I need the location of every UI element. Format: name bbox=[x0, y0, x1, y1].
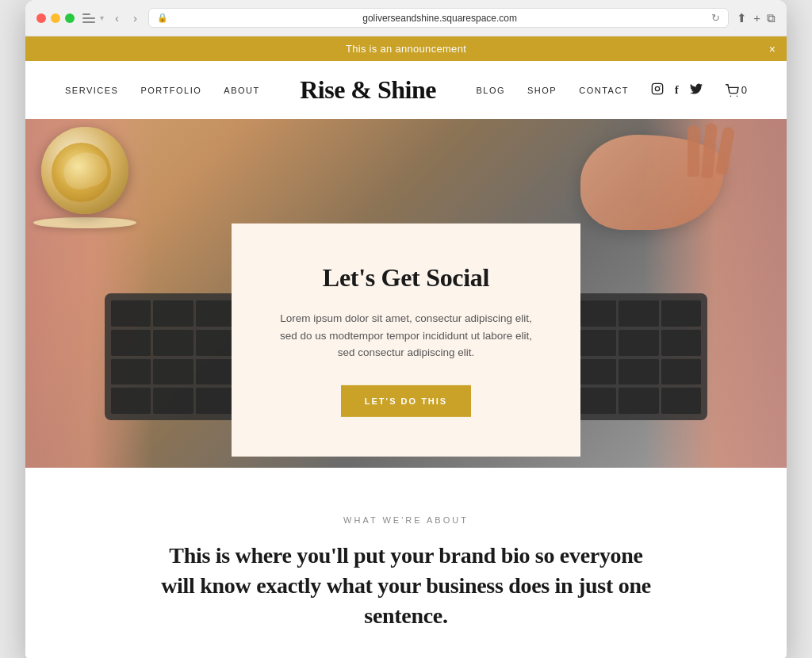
keyboard-key bbox=[196, 358, 236, 385]
social-icons: f bbox=[651, 82, 703, 98]
svg-point-3 bbox=[730, 95, 731, 96]
keyboard-key bbox=[111, 387, 151, 414]
traffic-light-yellow[interactable] bbox=[51, 13, 60, 23]
facebook-icon[interactable]: f bbox=[675, 84, 679, 97]
cart-count: 0 bbox=[741, 84, 747, 96]
announcement-bar: This is an announcement × bbox=[25, 36, 787, 61]
hero-background: // We'll generate keys via JS after the … bbox=[25, 119, 787, 468]
twitter-icon[interactable] bbox=[690, 83, 703, 97]
keyboard-key bbox=[576, 329, 616, 356]
nav-services[interactable]: SERVICES bbox=[65, 86, 118, 95]
keyboard-key bbox=[153, 358, 193, 385]
about-title: This is where you'll put your brand bio … bbox=[160, 541, 652, 630]
new-tab-button[interactable]: + bbox=[753, 11, 760, 25]
nav-right: BLOG SHOP CONTACT f bbox=[476, 82, 747, 98]
keyboard-key bbox=[619, 358, 658, 385]
hand-area bbox=[565, 119, 739, 262]
keyboard-key bbox=[619, 300, 658, 327]
instagram-icon[interactable] bbox=[651, 82, 664, 98]
keyboard-key bbox=[576, 300, 616, 327]
traffic-light-green[interactable] bbox=[65, 13, 75, 23]
browser-controls: ▾ bbox=[82, 13, 104, 23]
keyboard-key bbox=[661, 300, 701, 327]
nav-contact[interactable]: CONTACT bbox=[579, 86, 629, 95]
forward-button[interactable]: › bbox=[130, 10, 140, 26]
website-content: This is an announcement × SERVICES PORTF… bbox=[25, 36, 787, 658]
keyboard-key bbox=[196, 387, 236, 414]
traffic-lights bbox=[36, 13, 75, 23]
site-logo[interactable]: Rise & Shine bbox=[300, 75, 436, 105]
browser-actions: ⬆ + ⧉ bbox=[737, 11, 776, 25]
tabs-button[interactable]: ⧉ bbox=[767, 11, 776, 25]
coffee-cup bbox=[41, 127, 136, 228]
traffic-light-red[interactable] bbox=[36, 13, 46, 23]
url-text: goliverseandshine.squarespace.com bbox=[173, 13, 707, 24]
browser-window: ▾ ‹ › 🔒 goliverseandshine.squarespace.co… bbox=[25, 0, 787, 658]
keyboard-key bbox=[153, 300, 193, 327]
keyboard-key bbox=[153, 329, 193, 356]
chevron-down-icon: ▾ bbox=[100, 13, 104, 22]
keyboard-key bbox=[111, 300, 151, 327]
keyboard-key bbox=[196, 300, 236, 327]
announcement-text: This is an announcement bbox=[346, 43, 466, 55]
reload-button[interactable]: ↻ bbox=[711, 12, 720, 24]
svg-rect-0 bbox=[652, 83, 662, 94]
hero-card-title: Let's Get Social bbox=[271, 263, 541, 293]
keyboard-key bbox=[576, 387, 616, 414]
address-bar[interactable]: 🔒 goliverseandshine.squarespace.com ↻ bbox=[148, 8, 729, 28]
svg-point-2 bbox=[660, 86, 661, 86]
hero-section: // We'll generate keys via JS after the … bbox=[25, 119, 787, 468]
keyboard-key bbox=[153, 387, 193, 414]
sidebar-toggle-icon[interactable] bbox=[82, 13, 95, 23]
nav-blog[interactable]: BLOG bbox=[476, 86, 505, 95]
keyboard-key bbox=[111, 329, 151, 356]
about-subtitle: WHAT WE'RE ABOUT bbox=[89, 515, 723, 525]
nav-about[interactable]: ABOUT bbox=[224, 86, 259, 95]
nav-portfolio[interactable]: PORTFOLIO bbox=[140, 86, 201, 95]
svg-point-1 bbox=[655, 86, 659, 90]
svg-point-4 bbox=[737, 95, 737, 96]
nav-shop[interactable]: SHOP bbox=[527, 86, 557, 95]
back-button[interactable]: ‹ bbox=[112, 10, 122, 26]
hero-card: Let's Get Social Lorem ipsum dolor sit a… bbox=[232, 224, 580, 457]
cart-icon[interactable]: 0 bbox=[725, 84, 747, 97]
keyboard-key bbox=[196, 329, 236, 356]
nav-left: SERVICES PORTFOLIO ABOUT bbox=[65, 86, 260, 95]
keyboard-key bbox=[661, 387, 701, 414]
about-section: WHAT WE'RE ABOUT This is where you'll pu… bbox=[25, 468, 787, 658]
announcement-close-button[interactable]: × bbox=[769, 43, 776, 55]
navbar: SERVICES PORTFOLIO ABOUT Rise & Shine BL… bbox=[25, 61, 787, 119]
keyboard-key bbox=[661, 358, 701, 385]
lock-icon: 🔒 bbox=[157, 13, 168, 23]
share-button[interactable]: ⬆ bbox=[737, 11, 747, 25]
hero-cta-button[interactable]: LET'S DO THIS bbox=[341, 385, 471, 417]
keyboard-key bbox=[619, 387, 658, 414]
hero-card-text: Lorem ipsum dolor sit amet, consectur ad… bbox=[271, 310, 541, 362]
keyboard-key bbox=[661, 329, 701, 356]
keyboard-key bbox=[576, 358, 616, 385]
keyboard-key bbox=[111, 358, 151, 385]
browser-chrome: ▾ ‹ › 🔒 goliverseandshine.squarespace.co… bbox=[25, 0, 787, 36]
keyboard-key bbox=[619, 329, 658, 356]
